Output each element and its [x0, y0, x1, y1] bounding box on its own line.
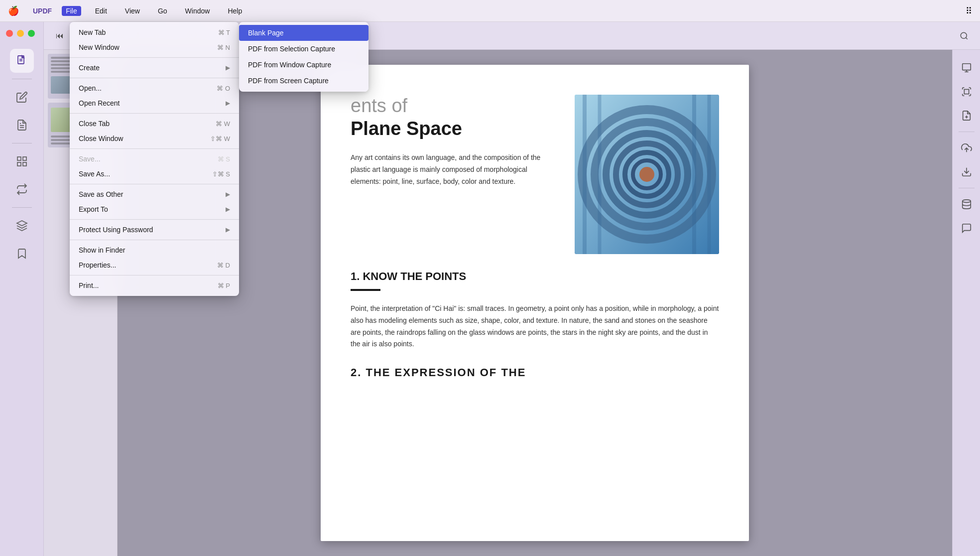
file-menu[interactable]: New Tab ⌘ T New Window ⌘ N Create ▶ Open…	[70, 22, 239, 296]
search-button[interactable]	[956, 28, 972, 44]
svg-rect-8	[17, 162, 21, 166]
fullscreen-button[interactable]	[28, 30, 35, 37]
sidebar-right	[952, 50, 980, 556]
pdf-page: ents of Plane Space Any art contains its…	[321, 65, 749, 541]
menu-item-close-tab[interactable]: Close Tab ⌘ W	[70, 116, 239, 131]
svg-rect-6	[23, 157, 26, 160]
menubar-file[interactable]: File	[62, 6, 81, 16]
submenu-pdf-screen-label: PDF from Screen Capture	[248, 77, 329, 85]
menu-item-save-as[interactable]: Save As... ⇧⌘ S	[70, 166, 239, 181]
extract-button[interactable]	[957, 106, 977, 126]
sidebar-item-layers[interactable]	[10, 214, 34, 238]
chat-button[interactable]	[957, 218, 977, 238]
svg-rect-27	[964, 89, 969, 94]
menu-sep-3	[70, 113, 239, 114]
sidebar-item-bookmark[interactable]	[10, 242, 34, 266]
section-divider	[351, 289, 380, 291]
menu-new-window-shortcut: ⌘ N	[217, 44, 230, 51]
traffic-lights	[0, 30, 35, 37]
menu-close-tab-label: Close Tab	[79, 120, 110, 128]
menu-save-label: Save...	[79, 155, 101, 163]
submenu-item-pdf-screen[interactable]: PDF from Screen Capture	[239, 73, 368, 89]
menu-item-new-window[interactable]: New Window ⌘ N	[70, 40, 239, 55]
menu-open-label: Open...	[79, 84, 102, 92]
submenu-item-pdf-selection[interactable]: PDF from Selection Capture	[239, 41, 368, 57]
download-button[interactable]	[957, 162, 977, 182]
sidebar-item-annotate[interactable]	[10, 113, 34, 137]
heading-part2: Plane Space	[351, 118, 462, 139]
close-button[interactable]	[6, 30, 13, 37]
menu-close-tab-shortcut: ⌘ W	[216, 120, 230, 128]
svg-rect-7	[23, 162, 26, 166]
menu-create-arrow: ▶	[226, 64, 230, 71]
menu-export-arrow: ▶	[226, 206, 230, 213]
menu-item-protect[interactable]: Protect Using Password ▶	[70, 222, 239, 237]
submenu-pdf-selection-label: PDF from Selection Capture	[248, 45, 335, 53]
tunnel-svg	[575, 95, 719, 254]
menu-item-close-window[interactable]: Close Window ⇧⌘ W	[70, 131, 239, 146]
menubar-window[interactable]: Window	[181, 6, 214, 16]
menu-sep-4	[70, 148, 239, 149]
apple-menu-icon[interactable]: 🍎	[8, 5, 19, 16]
menu-item-show-finder[interactable]: Show in Finder	[70, 243, 239, 258]
menu-export-label: Export To	[79, 205, 108, 213]
section-1-title: 1. KNOW THE POINTS	[351, 270, 719, 283]
control-strip: ⠿	[966, 5, 972, 16]
menu-item-create[interactable]: Create ▶	[70, 60, 239, 75]
app-name[interactable]: UPDF	[33, 7, 52, 15]
tunnel-art	[575, 95, 719, 254]
menu-item-print[interactable]: Print... ⌘ P	[70, 278, 239, 293]
storage-button[interactable]	[957, 194, 977, 214]
menu-item-new-tab[interactable]: New Tab ⌘ T	[70, 25, 239, 40]
menu-protect-label: Protect Using Password	[79, 226, 153, 234]
menu-item-export-to[interactable]: Export To ▶	[70, 202, 239, 217]
menubar-edit[interactable]: Edit	[91, 6, 111, 16]
submenu-item-blank-page[interactable]: Blank Page	[239, 25, 368, 41]
menu-sep-7	[70, 240, 239, 240]
svg-line-11	[966, 37, 967, 39]
sidebar-divider-3	[12, 207, 32, 208]
menu-open-shortcut: ⌘ O	[217, 85, 230, 92]
submenu-pdf-window-label: PDF from Window Capture	[248, 61, 331, 69]
menu-save-as-shortcut: ⇧⌘ S	[212, 170, 230, 178]
menubar-help[interactable]: Help	[224, 6, 246, 16]
section-2-title: 2. THE EXPRESSION OF THE	[351, 366, 719, 379]
sidebar-divider-2	[12, 143, 32, 143]
menu-sep-2	[70, 78, 239, 78]
menu-print-label: Print...	[79, 281, 99, 289]
menu-item-properties[interactable]: Properties... ⌘ D	[70, 258, 239, 273]
menu-item-open[interactable]: Open... ⌘ O	[70, 81, 239, 96]
right-sidebar-divider-1	[959, 132, 975, 132]
menu-save-as-other-arrow: ▶	[226, 191, 230, 198]
menu-create-label: Create	[79, 64, 100, 72]
menubar-go[interactable]: Go	[154, 6, 171, 16]
menu-open-recent-arrow: ▶	[226, 100, 230, 107]
upload-button[interactable]	[957, 138, 977, 158]
sidebar-item-organize[interactable]	[10, 149, 34, 173]
pdf-top-section: ents of Plane Space Any art contains its…	[351, 95, 719, 254]
sidebar-left	[0, 22, 44, 556]
menubar-view[interactable]: View	[121, 6, 144, 16]
pdf-content: ents of Plane Space Any art contains its…	[118, 50, 952, 556]
pdf-heading: ents of Plane Space	[351, 95, 555, 140]
scan-button[interactable]	[957, 82, 977, 102]
sidebar-item-document[interactable]	[10, 49, 34, 73]
submenu-blank-page-label: Blank Page	[248, 29, 284, 37]
pdf-paragraph-1: Any art contains its own language, and t…	[351, 152, 555, 187]
menu-item-save-as-other[interactable]: Save as Other ▶	[70, 187, 239, 202]
sidebar-item-edit[interactable]	[10, 85, 34, 109]
menu-item-open-recent[interactable]: Open Recent ▶	[70, 96, 239, 111]
first-page-button[interactable]: ⏮	[52, 28, 68, 44]
minimize-button[interactable]	[17, 30, 24, 37]
menu-sep-6	[70, 219, 239, 220]
svg-point-32	[962, 200, 971, 203]
sidebar-divider-1	[12, 79, 32, 79]
submenu-item-pdf-window[interactable]: PDF from Window Capture	[239, 57, 368, 73]
menu-item-save[interactable]: Save... ⌘ S	[70, 151, 239, 166]
ocr-button[interactable]	[957, 58, 977, 78]
svg-marker-9	[17, 221, 27, 226]
create-submenu[interactable]: Blank Page PDF from Selection Capture PD…	[239, 22, 368, 92]
menu-sep-1	[70, 57, 239, 58]
menu-protect-arrow: ▶	[226, 226, 230, 233]
sidebar-item-convert[interactable]	[10, 177, 34, 201]
